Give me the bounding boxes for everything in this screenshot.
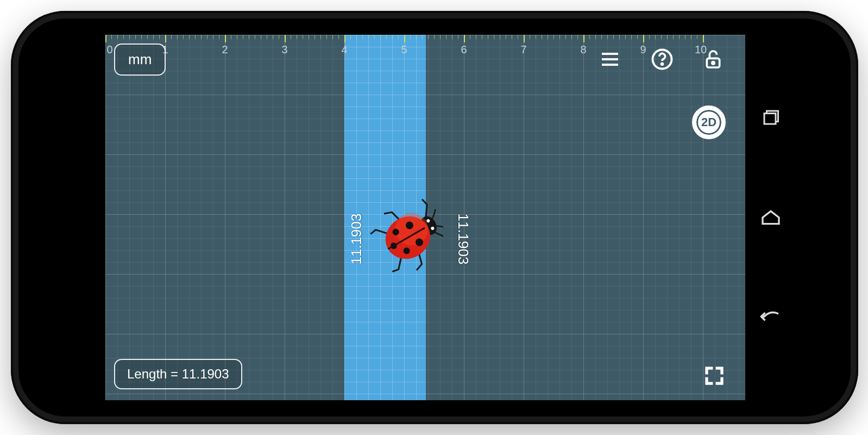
svg-point-6 [712,62,714,64]
unit-button[interactable]: mm [114,44,166,76]
android-nav-bar [745,35,796,400]
mode-2d-button[interactable]: 2D [692,105,726,139]
ruler-tick-7: 7 [520,44,526,56]
back-icon[interactable] [759,306,783,330]
phone-frame: 0 1 2 3 4 5 6 7 8 9 10 mm [11,11,858,424]
length-prefix: Length = [127,366,182,381]
svg-point-4 [662,63,663,65]
ruler-tick-5: 5 [401,44,407,56]
svg-rect-18 [764,114,776,125]
ruler-tick-2: 2 [222,44,228,56]
fullscreen-icon[interactable] [703,364,726,387]
measure-value-right: 11.1903 [455,214,471,265]
ruler-tick-4: 4 [341,44,347,56]
measure-value-left: 11.1903 [348,214,365,265]
lock-open-icon[interactable] [701,47,726,72]
ruler-tick-9: 9 [640,44,646,56]
ruler-tick-3: 3 [281,44,287,56]
ladybug-subject[interactable] [367,198,443,274]
ruler-tick-6: 6 [461,44,467,56]
length-value: 11.1903 [182,366,229,381]
length-readout[interactable]: Length = 11.1903 [114,359,242,389]
ruler-app-screen[interactable]: 0 1 2 3 4 5 6 7 8 9 10 mm [105,35,745,400]
menu-icon[interactable] [597,47,622,72]
home-icon[interactable] [759,206,783,229]
ruler-tick-8: 8 [580,44,586,56]
ruler-tick-0: 0 [106,44,112,56]
recent-apps-icon[interactable] [759,105,783,129]
help-icon[interactable] [650,47,675,72]
